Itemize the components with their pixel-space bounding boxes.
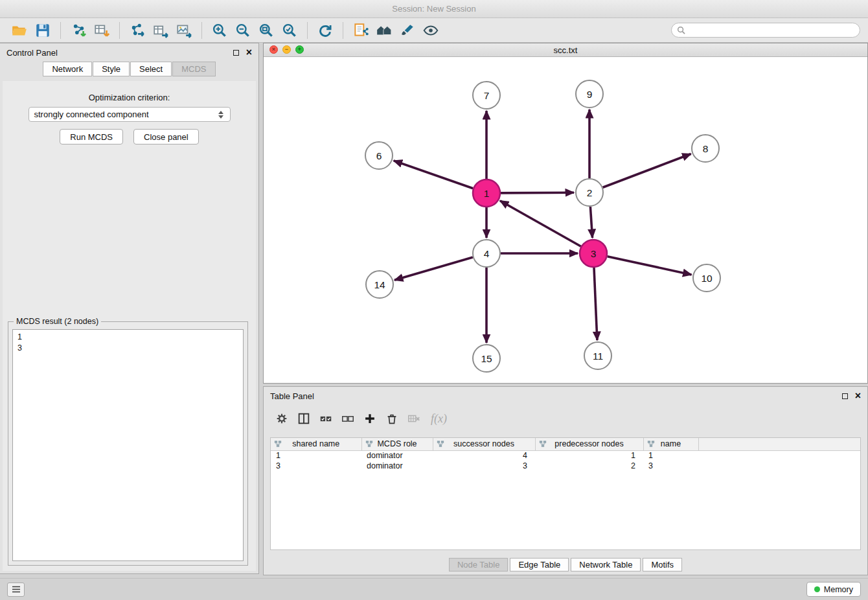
export-image-button[interactable] — [172, 21, 196, 40]
zoom-in-button[interactable] — [208, 21, 231, 40]
svg-text:11: 11 — [593, 351, 603, 362]
toolbar-separator — [201, 22, 202, 39]
zoom-fit-button[interactable] — [255, 21, 278, 40]
tab-network[interactable]: Network — [43, 62, 92, 76]
search-input[interactable] — [689, 26, 854, 35]
tab-network-table[interactable]: Network Table — [571, 558, 641, 571]
graph-node-15[interactable]: 15 — [473, 345, 500, 372]
network-graph[interactable]: 7968124314101511 — [264, 57, 868, 384]
svg-text:7: 7 — [484, 90, 490, 101]
graph-edge-4-14[interactable] — [394, 257, 473, 280]
apply-style-button[interactable] — [396, 21, 419, 40]
eye-button[interactable] — [419, 21, 442, 40]
table-row[interactable]: 3dominator323 — [271, 461, 860, 471]
tab-style[interactable]: Style — [93, 62, 130, 76]
node-table: shared nameMCDS rolesuccessor nodesprede… — [270, 437, 861, 550]
clone-network-button[interactable] — [349, 21, 372, 40]
column-header-shared-name[interactable]: shared name — [271, 438, 361, 450]
tab-motifs[interactable]: Motifs — [643, 558, 682, 571]
table-row[interactable]: 1dominator411 — [271, 450, 860, 461]
graph-node-7[interactable]: 7 — [473, 82, 500, 109]
float-table-panel-icon[interactable] — [842, 393, 848, 399]
refresh-button[interactable] — [314, 21, 337, 40]
graph-node-14[interactable]: 14 — [366, 271, 393, 298]
mcds-result-item[interactable]: 1 — [13, 332, 243, 343]
tab-node-table[interactable]: Node Table — [449, 558, 508, 571]
graph-node-1[interactable]: 1 — [473, 179, 500, 207]
graph-node-3[interactable]: 3 — [580, 240, 607, 267]
graph-edge-1-6[interactable] — [394, 161, 474, 189]
column-visibility-button[interactable] — [293, 410, 314, 428]
graph-node-4[interactable]: 4 — [473, 240, 500, 267]
graph-node-10[interactable]: 10 — [693, 264, 720, 292]
graph-edge-3-10[interactable] — [608, 257, 692, 275]
svg-text:2: 2 — [587, 187, 593, 198]
save-session-button[interactable] — [31, 21, 54, 40]
table-panel-title: Table Panel — [270, 391, 314, 401]
memory-button[interactable]: Memory — [806, 582, 861, 597]
column-header-mcds-role[interactable]: MCDS role — [361, 438, 433, 450]
run-mcds-button[interactable]: Run MCDS — [60, 129, 123, 144]
unselect-all-rows-button[interactable] — [337, 410, 358, 428]
import-table-button[interactable] — [90, 21, 113, 40]
add-column-button[interactable] — [360, 410, 380, 428]
open-session-button[interactable] — [8, 21, 31, 40]
graph-edge-3-11[interactable] — [594, 268, 597, 340]
column-header-predecessor-nodes[interactable]: predecessor nodes — [535, 438, 643, 450]
add-column-icon — [363, 411, 377, 426]
select-all-rows-button[interactable] — [315, 410, 336, 428]
zoom-out-button[interactable] — [231, 21, 255, 40]
zoom-selected-button[interactable] — [278, 21, 301, 40]
delete-row-button[interactable] — [382, 410, 402, 428]
toolbar-buttons — [8, 21, 442, 40]
mcds-result-item[interactable]: 3 — [13, 343, 243, 354]
mcds-result-list[interactable]: 13 — [12, 329, 244, 561]
export-table-button[interactable] — [149, 21, 172, 40]
graph-edge-1-2[interactable] — [501, 192, 574, 193]
graph-edge-2-3[interactable] — [590, 207, 592, 238]
graph-node-9[interactable]: 9 — [576, 80, 603, 108]
export-network-button[interactable] — [126, 21, 149, 40]
attribute-icon — [437, 440, 444, 448]
graph-edge-3-1[interactable] — [500, 201, 581, 246]
maximize-window-icon[interactable]: + — [295, 45, 304, 54]
toolbar-separator — [307, 22, 308, 39]
search-box[interactable] — [671, 23, 860, 38]
traffic-lights: × − + — [269, 45, 304, 54]
optimization-criterion-value: strongly connected component — [34, 110, 149, 119]
network-view-titlebar[interactable]: × − + scc.txt — [264, 43, 867, 57]
table-settings-button[interactable] — [271, 410, 291, 428]
float-panel-icon[interactable] — [233, 50, 239, 56]
network-view-title: scc.txt — [554, 45, 578, 55]
table-panel: Table Panel × f(x) shared nameMCDS roles… — [263, 386, 868, 575]
tab-mcds[interactable]: MCDS — [172, 62, 215, 76]
tab-edge-table[interactable]: Edge Table — [510, 558, 569, 571]
close-window-icon[interactable]: × — [269, 45, 278, 54]
show-panels-button[interactable] — [7, 583, 25, 597]
tab-select[interactable]: Select — [130, 62, 172, 76]
minimize-window-icon[interactable]: − — [282, 45, 291, 54]
column-header-successor-nodes[interactable]: successor nodes — [433, 438, 535, 450]
close-panel-button[interactable]: Close panel — [133, 129, 199, 144]
delete-column-button[interactable] — [404, 410, 424, 428]
zoom-fit-icon — [258, 22, 275, 39]
graph-node-8[interactable]: 8 — [692, 135, 719, 162]
column-visibility-icon — [297, 411, 311, 426]
column-header-name[interactable]: name — [643, 438, 698, 450]
optimization-criterion-select[interactable]: strongly connected component — [29, 107, 231, 122]
table-cell: dominator — [361, 461, 433, 471]
close-table-panel-icon[interactable]: × — [855, 392, 861, 400]
svg-text:14: 14 — [374, 279, 385, 290]
network-canvas[interactable]: 7968124314101511 — [264, 57, 867, 383]
close-panel-icon[interactable]: × — [246, 49, 252, 56]
function-builder-button[interactable]: f(x) — [431, 412, 447, 426]
import-network-button[interactable] — [67, 21, 90, 40]
graph-node-6[interactable]: 6 — [365, 142, 393, 169]
graph-edge-2-8[interactable] — [603, 154, 691, 188]
unselect-all-rows-icon — [341, 411, 355, 426]
ndex-home-button[interactable] — [372, 21, 396, 40]
table-cell: dominator — [361, 450, 433, 461]
control-panel-title: Control Panel — [6, 48, 58, 58]
graph-node-2[interactable]: 2 — [576, 179, 603, 206]
graph-node-11[interactable]: 11 — [584, 342, 611, 369]
